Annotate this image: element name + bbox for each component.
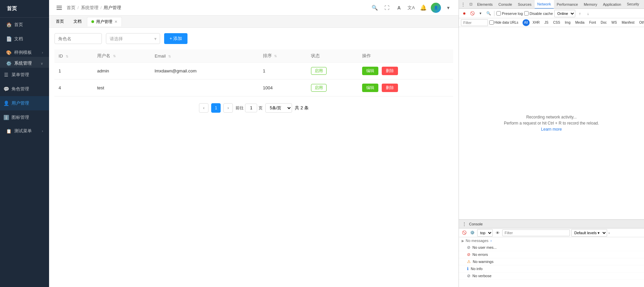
delete-button-1[interactable]: 删除 — [382, 67, 398, 75]
notification-button[interactable]: 🔔 — [419, 3, 428, 13]
tab-application[interactable]: Application — [600, 0, 624, 9]
recording-hint: Perform a request or hit Ctrl + R to rec… — [504, 121, 599, 126]
menu-toggle-button[interactable] — [54, 3, 64, 13]
sidebar-item-menu-mgmt[interactable]: ☰ 菜单管理 — [0, 68, 49, 82]
tab-sources[interactable]: Sources — [515, 0, 534, 9]
filter-all-button[interactable]: All — [523, 19, 530, 26]
tab-performance[interactable]: Performance — [554, 0, 581, 9]
hide-data-urls-checkbox[interactable] — [489, 20, 494, 25]
role-name-input[interactable] — [54, 33, 102, 44]
console-eye-button[interactable]: 👁 — [494, 229, 501, 236]
console-filter-input[interactable] — [502, 229, 570, 236]
page-goto: 前往 页 — [236, 104, 263, 112]
filter-css-button[interactable]: CSS — [552, 19, 562, 26]
sidebar-item-icon-mgmt[interactable]: ℹ️ 图标管理 — [0, 110, 49, 125]
sidebar-logo[interactable]: 首页 — [0, 0, 49, 18]
tab-security[interactable]: Security — [624, 0, 642, 9]
console-clear-button[interactable]: 🚫 — [461, 229, 468, 236]
disable-cache-checkbox[interactable] — [524, 11, 529, 16]
console-title: Console — [469, 222, 483, 226]
filter-img-button[interactable]: Img — [563, 19, 572, 26]
sidebar-item-role-mgmt[interactable]: 💬 角色管理 — [0, 82, 49, 96]
record-button[interactable]: ⏺ — [461, 10, 468, 17]
clear-button[interactable]: 🚫 — [469, 10, 476, 17]
sidebar-section-system[interactable]: ⚙️ 系统管理 ∨ — [0, 57, 49, 68]
console-more-icon[interactable]: › — [608, 231, 610, 235]
tab-more[interactable]: » — [642, 0, 644, 9]
disable-cache-label[interactable]: Disable cache — [524, 11, 553, 16]
learn-more-link[interactable]: Learn more — [541, 127, 562, 132]
font-button[interactable]: A — [394, 3, 404, 13]
sidebar-item-home[interactable]: 🏠 首页 — [0, 18, 49, 32]
throttle-select[interactable]: Online — [554, 10, 575, 17]
tab-close-icon[interactable]: ✕ — [114, 20, 117, 24]
menu-icon: ☰ — [3, 72, 9, 78]
import-button[interactable]: ↑ — [577, 10, 583, 17]
role-icon: 💬 — [3, 86, 9, 92]
avatar[interactable]: 👤 — [431, 3, 441, 13]
sort-icon-sort[interactable]: ⇅ — [274, 54, 277, 58]
breadcrumb-home[interactable]: 首页 — [67, 5, 75, 11]
tab-user-mgmt[interactable]: 用户管理 ✕ — [87, 17, 122, 26]
prev-page-button[interactable]: ‹ — [199, 103, 208, 113]
tab-network[interactable]: Network — [535, 0, 554, 9]
edit-button-1[interactable]: 编辑 — [362, 67, 378, 75]
tab-active-dot — [91, 20, 94, 23]
filter-ws-button[interactable]: WS — [610, 19, 619, 26]
filter-doc-button[interactable]: Doc — [599, 19, 608, 26]
console-settings-button[interactable]: ⚙️ — [469, 229, 476, 236]
tab-user-mgmt-label: 用户管理 — [96, 19, 112, 25]
sort-icon-id[interactable]: ⇅ — [66, 54, 68, 58]
preserve-log-checkbox[interactable] — [496, 11, 501, 16]
tab-console[interactable]: Console — [496, 0, 515, 9]
tab-memory[interactable]: Memory — [581, 0, 600, 9]
page-size-select[interactable]: 5条/页 10条/页 20条/页 50条/页 — [265, 103, 292, 113]
filter-js-button[interactable]: JS — [543, 19, 550, 26]
devtools-dock-icon[interactable]: ⊡ — [467, 2, 474, 6]
filter-xhr-button[interactable]: XHR — [531, 19, 541, 26]
edit-button-2[interactable]: 编辑 — [362, 84, 378, 92]
tab-home[interactable]: 首页 — [52, 17, 68, 26]
table-row: 4 test 1004 启用 编辑 删除 — [54, 80, 453, 96]
filter-font-button[interactable]: Font — [587, 19, 598, 26]
tab-home-label: 首页 — [56, 19, 64, 24]
page-1-button[interactable]: 1 — [211, 103, 221, 113]
goto-input[interactable] — [245, 104, 257, 112]
col-email: Email ⇅ — [151, 49, 259, 63]
export-button[interactable]: ↓ — [585, 10, 592, 17]
add-button[interactable]: + 添加 — [164, 33, 187, 44]
tab-elements[interactable]: Elements — [474, 0, 496, 9]
devtools-settings-icon[interactable]: ⋮ — [459, 2, 467, 7]
filter-other-button[interactable]: Other — [638, 19, 644, 26]
search-network-button[interactable]: 🔍 — [485, 10, 492, 17]
sidebar: 首页 🏠 首页 📄 文档 🎨 样例模板 › ⚙️ 系统管理 ∨ — [0, 0, 49, 287]
network-filter-input[interactable] — [461, 19, 488, 26]
filter-media-button[interactable]: Media — [574, 19, 586, 26]
sidebar-section-test[interactable]: 📋 测试菜单 › — [0, 125, 49, 135]
breadcrumb-system[interactable]: 系统管理 — [81, 5, 98, 11]
fullscreen-button[interactable]: ⛶ — [382, 3, 392, 13]
status-select[interactable]: 请选择 — [106, 33, 160, 44]
sidebar-section-templates[interactable]: 🎨 样例模板 › — [0, 46, 49, 57]
settings-button[interactable]: ▾ — [444, 3, 453, 13]
sidebar-item-docs[interactable]: 📄 文档 — [0, 32, 49, 46]
tab-docs[interactable]: 文档 — [69, 17, 86, 26]
console-context-select[interactable]: top — [477, 229, 493, 237]
sort-icon-email[interactable]: ⇅ — [168, 54, 171, 58]
search-button[interactable]: 🔍 — [370, 3, 379, 13]
filter-manifest-button[interactable]: Manifest — [620, 19, 636, 26]
sidebar-item-user-mgmt[interactable]: 👤 用户管理 — [0, 96, 49, 110]
delete-button-2[interactable]: 删除 — [382, 84, 398, 92]
console-menu-icon[interactable]: ⋮ — [461, 221, 468, 227]
translate-button[interactable]: 文A — [406, 3, 416, 13]
sidebar-item-label: 文档 — [14, 36, 23, 42]
no-messages-item[interactable]: ▶ No messages › — [459, 237, 644, 244]
console-level-select[interactable]: Default levels ▾ — [571, 229, 607, 237]
hide-data-urls-label[interactable]: Hide data URLs — [489, 20, 518, 25]
filter-button[interactable]: ▾ — [477, 10, 484, 17]
sort-icon-username[interactable]: ⇅ — [113, 54, 116, 58]
home-icon: 🏠 — [6, 22, 12, 27]
status-badge: 启用 — [311, 84, 327, 92]
next-page-button[interactable]: › — [223, 103, 233, 113]
preserve-log-label[interactable]: Preserve log — [496, 11, 523, 16]
